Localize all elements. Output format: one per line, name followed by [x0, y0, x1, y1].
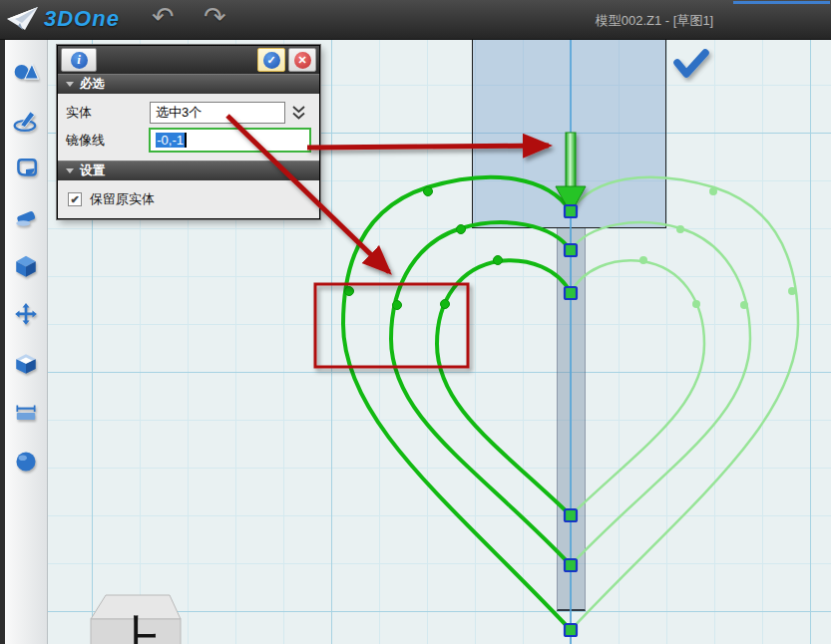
ribbon-accent-strip — [733, 1, 830, 4]
curve-point-mirror — [692, 300, 700, 308]
mirror-line-label: 镜像线 — [66, 132, 149, 150]
redo-icon[interactable]: ↷ — [204, 1, 226, 33]
curve-point[interactable] — [457, 225, 466, 234]
curve-point[interactable] — [393, 301, 402, 310]
sketch-handle[interactable] — [565, 559, 577, 571]
close-icon: ✕ — [294, 52, 311, 69]
view-cube[interactable]: 上 — [91, 595, 181, 644]
document-title: 模型002.Z1 - [草图1] — [519, 12, 790, 30]
view-cube-face-label: 上 — [111, 611, 163, 644]
app-logo: 3DOne — [6, 5, 120, 33]
solid-edit-icon[interactable] — [5, 241, 47, 290]
dialog-close-button[interactable]: ✕ — [288, 48, 316, 72]
curve-point[interactable] — [441, 300, 450, 309]
curve-point[interactable] — [345, 287, 354, 296]
dialog-ok-button[interactable]: ✓ — [257, 48, 285, 72]
entity-value: 选中3个 — [156, 104, 202, 122]
dialog-title-bar: i ✓ ✕ — [58, 46, 319, 74]
entity-input[interactable]: 选中3个 — [150, 102, 285, 124]
title-bar: 3DOne ↶ ↷ 模型002.Z1 - [草图1] — [0, 0, 831, 40]
keep-original-checkbox[interactable]: ✔ — [68, 192, 82, 206]
eraser-icon[interactable] — [5, 192, 47, 241]
sketch-handle[interactable] — [565, 624, 577, 636]
material-render-icon[interactable] — [5, 437, 47, 485]
collapse-triangle-icon — [66, 168, 74, 173]
heart-curve[interactable] — [391, 222, 571, 565]
curve-point[interactable] — [494, 256, 503, 265]
required-section-label: 必选 — [80, 76, 105, 93]
app-window: 3DOne ↶ ↷ 模型002.Z1 - [草图1] — [0, 0, 831, 644]
app-logo-text: 3DOne — [44, 6, 120, 32]
undo-icon[interactable]: ↶ — [152, 1, 175, 33]
curve-point-mirror — [676, 225, 684, 233]
curve-point-mirror — [639, 256, 647, 264]
settings-section-header[interactable]: 设置 — [58, 161, 319, 180]
confirm-check-icon[interactable] — [677, 53, 705, 74]
sketch-plane-icon[interactable] — [5, 144, 47, 192]
entity-label: 实体 — [66, 104, 150, 122]
keep-original-label: 保留原实体 — [90, 190, 155, 208]
required-section-header[interactable]: 必选 — [58, 74, 319, 94]
assembly-icon[interactable] — [5, 339, 47, 388]
text-caret — [185, 133, 187, 148]
heart-curve-mirror — [571, 260, 704, 515]
settings-section-label: 设置 — [80, 162, 105, 179]
mirror-line-input[interactable]: -0,-1 — [149, 128, 311, 153]
curve-point-mirror — [788, 287, 796, 295]
move-icon[interactable] — [5, 290, 47, 339]
info-button[interactable]: i — [61, 48, 97, 72]
sketch-handle[interactable] — [565, 205, 577, 217]
chevron-double-down-icon[interactable] — [285, 105, 311, 121]
tool-sidebar — [0, 40, 48, 644]
mirror-dialog: i ✓ ✕ 必选 实体 选中3个 — [57, 45, 320, 219]
paper-plane-icon — [6, 5, 40, 33]
info-icon: i — [71, 52, 88, 69]
primitives-icon[interactable] — [5, 46, 47, 95]
curve-point-mirror — [740, 301, 748, 309]
ok-check-icon: ✓ — [263, 52, 280, 69]
sketch-handle[interactable] — [565, 287, 577, 299]
measure-icon[interactable] — [5, 388, 47, 437]
curve-point-mirror — [709, 187, 717, 195]
heart-curve-mirror — [571, 222, 750, 565]
sketch-draw-icon[interactable] — [5, 95, 47, 144]
collapse-triangle-icon — [66, 82, 74, 87]
mirror-line-value: -0,-1 — [156, 133, 185, 148]
heart-curve[interactable] — [437, 260, 571, 515]
sketch-handle[interactable] — [565, 244, 577, 256]
sketch-handle[interactable] — [565, 509, 577, 521]
curve-point[interactable] — [424, 187, 433, 196]
